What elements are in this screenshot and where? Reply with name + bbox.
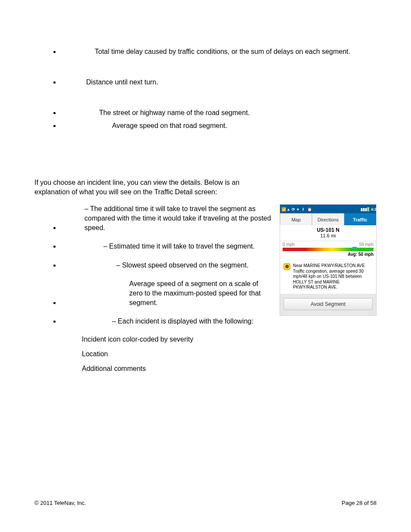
content-row: – The additional time it will take to tr… [34,204,377,379]
speed-range-labels: 0 mph 59 mph [283,242,374,247]
page-number: Page 28 of 58 [342,500,377,506]
bars-icon: ▮▮▮ [361,207,364,211]
list-item: – Estimated time it will take to travel … [60,242,272,251]
status-bar: 📶 ▲ ⟳ ⌖ ᚼ ⏰ ▮▮▮ 🔋 4:25 PM [280,205,376,213]
copyright-text: © 2011 TeleNav, Inc. [34,500,86,506]
sub-item: Location [82,350,272,358]
tab-label: Traffic [353,217,367,222]
tab-map[interactable]: Map [280,213,312,225]
list-item-text: – Estimated time it will take to travel … [60,242,255,251]
list-item-text: Average speed on that road segment. [60,121,227,131]
summary-bullet-list: Total time delay caused by traffic condi… [60,47,377,131]
incident-text: Near MARINE PKWY/RALSTON AVE Traffic con… [293,263,373,290]
incident-sub-list: Incident icon color-coded by severity Lo… [82,336,272,373]
incident-panel[interactable]: ⬣ Near MARINE PKWY/RALSTON AVE Traffic c… [280,260,376,294]
speed-max: 59 mph [359,242,374,247]
phone-screenshot: 📶 ▲ ⟳ ⌖ ᚼ ⏰ ▮▮▮ 🔋 4:25 PM Map Directions… [280,204,377,316]
sync-icon: ⟳ [292,207,296,211]
sub-item: Additional comments [82,365,272,373]
status-icons-right: ▮▮▮ 🔋 4:25 PM [361,207,375,211]
list-item: – Each incident is displayed with the fo… [60,317,272,326]
list-item: Average speed of a segment on a scale of… [60,279,272,307]
list-item: Average speed on that road segment. [60,121,377,131]
detail-bullet-list: – The additional time it will take to tr… [60,204,272,326]
speed-gradient-bar [283,248,374,251]
list-item-text: Average speed of a segment on a scale of… [60,279,272,307]
gps-icon: ⌖ [297,207,301,211]
alarm-icon: ⏰ [307,207,311,211]
highway-header: US-101 N 11.6 mi [280,225,376,241]
list-item-text: – Each incident is displayed with the fo… [60,317,253,326]
list-item: – The additional time it will take to tr… [60,204,272,232]
bluetooth-icon: ᚼ [302,207,306,211]
details-column: – The additional time it will take to tr… [34,204,272,379]
highway-distance: 11.6 mi [280,233,376,238]
notification-icon: ▲ [286,207,290,211]
status-time: 4:25 PM [371,207,375,211]
signal-icon: 📶 [281,207,285,211]
tab-bar: Map Directions Traffic [280,213,376,225]
document-page: Total time delay caused by traffic condi… [0,0,411,532]
battery-icon: 🔋 [366,207,370,211]
tab-label: Directions [318,217,339,222]
list-item-text: Distance until next turn. [60,78,158,87]
speed-marker-icon [352,247,357,250]
speed-min: 0 mph [283,242,295,247]
speed-panel: 0 mph 59 mph Avg: 50 mph [280,241,376,260]
incident-title: Near MARINE PKWY/RALSTON AVE [293,263,373,269]
avg-speed-label: Avg: 50 mph [283,252,374,257]
list-item-text: Total time delay caused by traffic condi… [60,47,350,56]
list-item-text: – The additional time it will take to tr… [60,204,272,232]
bottom-button-bar: Avoid Segment [280,294,376,315]
list-item-text: – Slowest speed observed on the segment. [60,261,249,270]
avoid-segment-button[interactable]: Avoid Segment [283,298,373,310]
list-item: The street or highway name of the road s… [60,109,377,118]
list-item-text: The street or highway name of the road s… [60,109,250,118]
button-label: Avoid Segment [311,301,346,307]
list-item: Distance until next turn. [60,78,377,87]
tab-label: Map [291,217,300,222]
sub-item: Incident icon color-coded by severity [82,336,272,343]
status-icons: 📶 ▲ ⟳ ⌖ ᚼ ⏰ [281,207,311,211]
tab-directions[interactable]: Directions [312,213,344,225]
list-item: Total time delay caused by traffic condi… [60,47,377,56]
page-footer: © 2011 TeleNav, Inc. Page 28 of 58 [34,500,377,506]
highway-name: US-101 N [280,227,376,233]
list-item: – Slowest speed observed on the segment. [60,261,272,270]
tab-traffic[interactable]: Traffic [344,213,376,225]
intro-paragraph: If you choose an incident line, you can … [34,178,271,196]
incident-body: Traffic congestion, average speed 30 mph… [293,269,373,290]
incident-icon: ⬣ [283,263,290,270]
